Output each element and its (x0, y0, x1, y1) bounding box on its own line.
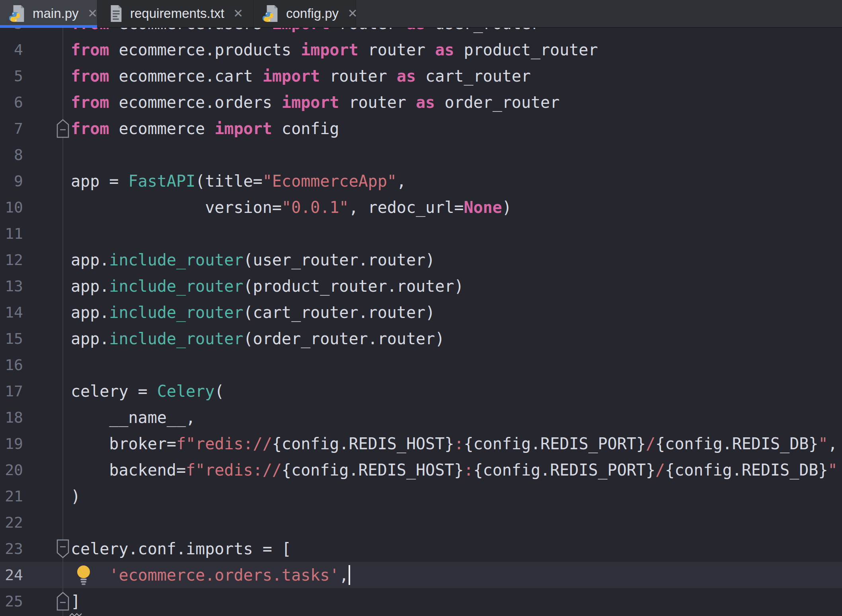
code-text: from ecommerce.orders import router as o… (71, 89, 559, 115)
code-text: celery = Celery( (71, 378, 224, 404)
line-number: 10 (0, 194, 23, 220)
tab-label: main.py (33, 6, 79, 21)
code-text: version="0.0.1", redoc_url=None) (71, 194, 512, 220)
code-line[interactable]: 13app.include_router(product_router.rout… (0, 273, 842, 299)
line-number: 21 (0, 483, 23, 509)
code-line[interactable]: 12app.include_router(user_router.router) (0, 247, 842, 273)
line-number: 8 (0, 142, 23, 168)
tab-config-py[interactable]: config.py ✕ (253, 0, 356, 27)
line-number: 6 (0, 89, 23, 115)
fold-marker-down[interactable] (57, 539, 69, 558)
line-number: 18 (0, 404, 23, 431)
code-line[interactable]: 8 (0, 142, 842, 168)
editor-tab-bar: main.py ✕ requirements.txt ✕ (0, 0, 842, 28)
line-number: 3 (0, 28, 23, 37)
code-text: app.include_router(cart_router.router) (71, 299, 435, 326)
code-text: app.include_router(order_router.router) (71, 326, 444, 352)
code-rows: 3from ecommerce.users import router as u… (0, 28, 842, 614)
fold-marker-up[interactable] (57, 592, 69, 611)
tab-label: requirements.txt (130, 6, 224, 21)
code-text: from ecommerce import config (71, 115, 339, 142)
ide-window: main.py ✕ requirements.txt ✕ (0, 0, 842, 616)
line-number: 14 (0, 299, 23, 326)
warning-squiggle (69, 611, 84, 616)
python-file-icon (262, 4, 281, 23)
fold-marker-up[interactable] (57, 119, 69, 138)
code-line[interactable]: 3from ecommerce.users import router as u… (0, 28, 842, 37)
line-number: 23 (0, 536, 23, 562)
code-line[interactable]: 4from ecommerce.products import router a… (0, 37, 842, 63)
line-number: 4 (0, 37, 23, 63)
active-tab-underline (0, 25, 97, 28)
code-line[interactable]: 25] (0, 588, 842, 614)
line-number: 17 (0, 378, 23, 404)
code-text: app.include_router(user_router.router) (71, 247, 435, 273)
code-line[interactable]: 5from ecommerce.cart import router as ca… (0, 63, 842, 89)
line-number: 11 (0, 220, 23, 247)
code-line[interactable]: 10 version="0.0.1", redoc_url=None) (0, 194, 842, 220)
code-text: from ecommerce.cart import router as car… (71, 63, 531, 89)
line-number: 19 (0, 431, 23, 457)
code-text: app.include_router(product_router.router… (71, 273, 464, 299)
code-line[interactable]: 15app.include_router(order_router.router… (0, 326, 842, 352)
close-icon[interactable]: ✕ (232, 8, 245, 19)
text-file-icon (106, 4, 125, 23)
code-line[interactable]: 6from ecommerce.orders import router as … (0, 89, 842, 115)
code-line[interactable]: 19 broker=f"redis://{config.REDIS_HOST}:… (0, 431, 842, 457)
code-text: backend=f"redis://{config.REDIS_HOST}:{c… (71, 457, 838, 483)
close-icon[interactable]: ✕ (346, 8, 359, 19)
gutter-separator (62, 28, 63, 616)
line-number: 9 (0, 168, 23, 194)
code-text: broker=f"redis://{config.REDIS_HOST}:{co… (71, 431, 838, 457)
line-number: 15 (0, 326, 23, 352)
code-line[interactable]: 23celery.conf.imports = [ (0, 536, 842, 562)
code-editor[interactable]: 3from ecommerce.users import router as u… (0, 28, 842, 616)
code-text: from ecommerce.users import router as us… (71, 28, 540, 37)
code-text: app = FastAPI(title="EcommerceApp", (71, 168, 406, 194)
code-line[interactable]: 7from ecommerce import config (0, 115, 842, 142)
code-line[interactable]: 14app.include_router(cart_router.router) (0, 299, 842, 326)
code-text: ) (71, 483, 80, 509)
code-line[interactable]: 24 'ecommerce.orders.tasks', (0, 562, 842, 588)
lightbulb-icon[interactable] (76, 564, 92, 589)
line-number: 25 (0, 588, 23, 614)
line-number: 22 (0, 509, 23, 536)
text-caret (349, 565, 350, 585)
code-line[interactable]: 9app = FastAPI(title="EcommerceApp", (0, 168, 842, 194)
code-line[interactable]: 18 __name__, (0, 404, 842, 431)
code-line[interactable]: 11 (0, 220, 842, 247)
code-line[interactable]: 22 (0, 509, 842, 536)
tab-requirements-txt[interactable]: requirements.txt ✕ (97, 0, 253, 27)
code-text: from ecommerce.products import router as… (71, 37, 598, 63)
tab-main-py[interactable]: main.py ✕ (0, 0, 97, 27)
line-number: 16 (0, 352, 23, 378)
code-text: __name__, (71, 404, 195, 431)
code-text: ] (71, 588, 80, 614)
line-number: 5 (0, 63, 23, 89)
python-file-icon (9, 4, 27, 23)
line-number: 7 (0, 115, 23, 142)
code-line[interactable]: 20 backend=f"redis://{config.REDIS_HOST}… (0, 457, 842, 483)
tab-label: config.py (286, 6, 339, 21)
code-text: 'ecommerce.orders.tasks', (71, 562, 349, 588)
code-line[interactable]: 17celery = Celery( (0, 378, 842, 404)
line-number: 24 (0, 562, 23, 588)
code-line[interactable]: 21) (0, 483, 842, 509)
line-number: 13 (0, 273, 23, 299)
code-text: celery.conf.imports = [ (71, 536, 291, 562)
code-line[interactable]: 16 (0, 352, 842, 378)
line-number: 20 (0, 457, 23, 483)
line-number: 12 (0, 247, 23, 273)
